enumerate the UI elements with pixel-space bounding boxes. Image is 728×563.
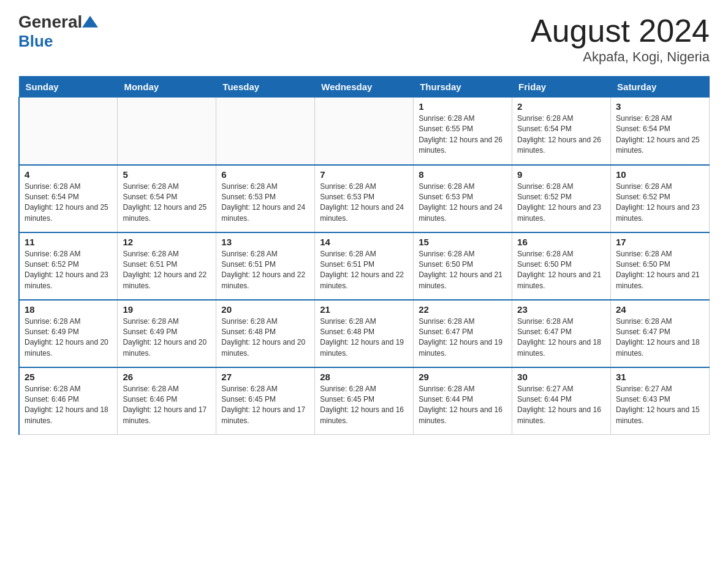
calendar-cell: 20Sunrise: 6:28 AM Sunset: 6:48 PM Dayli…: [216, 300, 315, 367]
day-info: Sunrise: 6:27 AM Sunset: 6:43 PM Dayligh…: [616, 384, 704, 427]
day-info: Sunrise: 6:28 AM Sunset: 6:45 PM Dayligh…: [320, 384, 408, 427]
calendar-cell: 23Sunrise: 6:28 AM Sunset: 6:47 PM Dayli…: [512, 300, 611, 367]
calendar-cell: 31Sunrise: 6:27 AM Sunset: 6:43 PM Dayli…: [611, 367, 710, 435]
calendar-cell: 15Sunrise: 6:28 AM Sunset: 6:50 PM Dayli…: [414, 232, 512, 300]
day-info: Sunrise: 6:28 AM Sunset: 6:48 PM Dayligh…: [320, 316, 408, 359]
title-area: August 2024 Akpafa, Kogi, Nigeria: [531, 12, 710, 65]
day-info: Sunrise: 6:27 AM Sunset: 6:44 PM Dayligh…: [517, 384, 605, 427]
calendar-cell: 25Sunrise: 6:28 AM Sunset: 6:46 PM Dayli…: [19, 367, 118, 435]
calendar-cell: [315, 98, 414, 165]
calendar-cell: 19Sunrise: 6:28 AM Sunset: 6:49 PM Dayli…: [118, 300, 216, 367]
calendar-week-row: 18Sunrise: 6:28 AM Sunset: 6:49 PM Dayli…: [19, 300, 710, 367]
day-number: 15: [419, 237, 507, 247]
location-title: Akpafa, Kogi, Nigeria: [531, 49, 710, 65]
calendar-cell: 29Sunrise: 6:28 AM Sunset: 6:44 PM Dayli…: [414, 367, 512, 435]
day-number: 16: [517, 237, 605, 247]
day-info: Sunrise: 6:28 AM Sunset: 6:46 PM Dayligh…: [25, 384, 112, 427]
day-info: Sunrise: 6:28 AM Sunset: 6:54 PM Dayligh…: [616, 113, 704, 156]
day-info: Sunrise: 6:28 AM Sunset: 6:46 PM Dayligh…: [123, 384, 211, 427]
day-info: Sunrise: 6:28 AM Sunset: 6:44 PM Dayligh…: [419, 384, 507, 427]
day-number: 29: [419, 372, 507, 382]
day-info: Sunrise: 6:28 AM Sunset: 6:45 PM Dayligh…: [221, 384, 309, 427]
calendar-cell: 6Sunrise: 6:28 AM Sunset: 6:53 PM Daylig…: [216, 165, 315, 232]
day-info: Sunrise: 6:28 AM Sunset: 6:50 PM Dayligh…: [616, 249, 704, 292]
day-of-week-header: Monday: [118, 77, 216, 98]
day-info: Sunrise: 6:28 AM Sunset: 6:53 PM Dayligh…: [419, 182, 507, 224]
day-number: 13: [221, 237, 309, 247]
calendar-cell: 28Sunrise: 6:28 AM Sunset: 6:45 PM Dayli…: [315, 367, 414, 435]
calendar-cell: 8Sunrise: 6:28 AM Sunset: 6:53 PM Daylig…: [414, 165, 512, 232]
day-number: 22: [419, 304, 507, 315]
day-number: 6: [221, 169, 309, 180]
day-of-week-header: Wednesday: [315, 77, 414, 98]
day-number: 8: [419, 169, 507, 180]
calendar-cell: 21Sunrise: 6:28 AM Sunset: 6:48 PM Dayli…: [315, 300, 414, 367]
day-info: Sunrise: 6:28 AM Sunset: 6:47 PM Dayligh…: [616, 316, 704, 359]
logo-general-text: General: [18, 12, 82, 32]
day-of-week-header: Friday: [512, 77, 611, 98]
day-info: Sunrise: 6:28 AM Sunset: 6:48 PM Dayligh…: [221, 316, 309, 359]
day-number: 24: [616, 304, 704, 315]
day-info: Sunrise: 6:28 AM Sunset: 6:50 PM Dayligh…: [419, 249, 507, 292]
calendar-cell: [19, 98, 118, 165]
day-info: Sunrise: 6:28 AM Sunset: 6:47 PM Dayligh…: [419, 316, 507, 359]
calendar-cell: [216, 98, 315, 165]
calendar-week-row: 1Sunrise: 6:28 AM Sunset: 6:55 PM Daylig…: [19, 98, 710, 165]
calendar-cell: 27Sunrise: 6:28 AM Sunset: 6:45 PM Dayli…: [216, 367, 315, 435]
calendar-cell: 2Sunrise: 6:28 AM Sunset: 6:54 PM Daylig…: [512, 98, 611, 165]
calendar-cell: 4Sunrise: 6:28 AM Sunset: 6:54 PM Daylig…: [19, 165, 118, 232]
day-info: Sunrise: 6:28 AM Sunset: 6:51 PM Dayligh…: [221, 249, 309, 292]
day-number: 21: [320, 304, 408, 315]
day-info: Sunrise: 6:28 AM Sunset: 6:52 PM Dayligh…: [517, 182, 605, 224]
day-of-week-header: Saturday: [611, 77, 710, 98]
calendar-cell: 12Sunrise: 6:28 AM Sunset: 6:51 PM Dayli…: [118, 232, 216, 300]
calendar-week-row: 25Sunrise: 6:28 AM Sunset: 6:46 PM Dayli…: [19, 367, 710, 435]
day-info: Sunrise: 6:28 AM Sunset: 6:54 PM Dayligh…: [25, 182, 112, 224]
calendar-cell: 26Sunrise: 6:28 AM Sunset: 6:46 PM Dayli…: [118, 367, 216, 435]
day-info: Sunrise: 6:28 AM Sunset: 6:49 PM Dayligh…: [123, 316, 211, 359]
day-number: 1: [419, 101, 507, 112]
day-info: Sunrise: 6:28 AM Sunset: 6:52 PM Dayligh…: [616, 182, 704, 224]
day-number: 26: [123, 372, 211, 382]
day-info: Sunrise: 6:28 AM Sunset: 6:47 PM Dayligh…: [517, 316, 605, 359]
calendar-cell: 1Sunrise: 6:28 AM Sunset: 6:55 PM Daylig…: [414, 98, 512, 165]
day-number: 19: [123, 304, 211, 315]
day-number: 11: [25, 237, 112, 247]
day-info: Sunrise: 6:28 AM Sunset: 6:50 PM Dayligh…: [517, 249, 605, 292]
calendar-cell: [118, 98, 216, 165]
day-number: 23: [517, 304, 605, 315]
day-number: 25: [25, 372, 112, 382]
logo-blue-text: Blue: [18, 32, 53, 50]
day-info: Sunrise: 6:28 AM Sunset: 6:51 PM Dayligh…: [123, 249, 211, 292]
day-info: Sunrise: 6:28 AM Sunset: 6:54 PM Dayligh…: [517, 113, 605, 156]
svg-marker-0: [82, 16, 98, 28]
day-number: 9: [517, 169, 605, 180]
day-number: 7: [320, 169, 408, 180]
calendar-cell: 3Sunrise: 6:28 AM Sunset: 6:54 PM Daylig…: [611, 98, 710, 165]
day-info: Sunrise: 6:28 AM Sunset: 6:51 PM Dayligh…: [320, 249, 408, 292]
day-info: Sunrise: 6:28 AM Sunset: 6:54 PM Dayligh…: [123, 182, 211, 224]
day-number: 10: [616, 169, 704, 180]
calendar-cell: 18Sunrise: 6:28 AM Sunset: 6:49 PM Dayli…: [19, 300, 118, 367]
day-number: 28: [320, 372, 408, 382]
day-of-week-header: Sunday: [19, 77, 118, 98]
day-number: 31: [616, 372, 704, 382]
calendar-cell: 30Sunrise: 6:27 AM Sunset: 6:44 PM Dayli…: [512, 367, 611, 435]
day-number: 27: [221, 372, 309, 382]
day-info: Sunrise: 6:28 AM Sunset: 6:52 PM Dayligh…: [25, 249, 112, 292]
day-number: 2: [517, 101, 605, 112]
day-number: 12: [123, 237, 211, 247]
day-number: 18: [25, 304, 112, 315]
calendar-cell: 16Sunrise: 6:28 AM Sunset: 6:50 PM Dayli…: [512, 232, 611, 300]
day-number: 4: [25, 169, 112, 180]
day-info: Sunrise: 6:28 AM Sunset: 6:55 PM Dayligh…: [419, 113, 507, 156]
calendar-cell: 22Sunrise: 6:28 AM Sunset: 6:47 PM Dayli…: [414, 300, 512, 367]
day-info: Sunrise: 6:28 AM Sunset: 6:53 PM Dayligh…: [320, 182, 408, 224]
calendar-header: SundayMondayTuesdayWednesdayThursdayFrid…: [19, 77, 710, 98]
day-of-week-header: Tuesday: [216, 77, 315, 98]
day-info: Sunrise: 6:28 AM Sunset: 6:53 PM Dayligh…: [221, 182, 309, 224]
day-number: 14: [320, 237, 408, 247]
logo: General Blue: [18, 12, 98, 51]
calendar-cell: 7Sunrise: 6:28 AM Sunset: 6:53 PM Daylig…: [315, 165, 414, 232]
calendar-table: SundayMondayTuesdayWednesdayThursdayFrid…: [18, 76, 710, 435]
